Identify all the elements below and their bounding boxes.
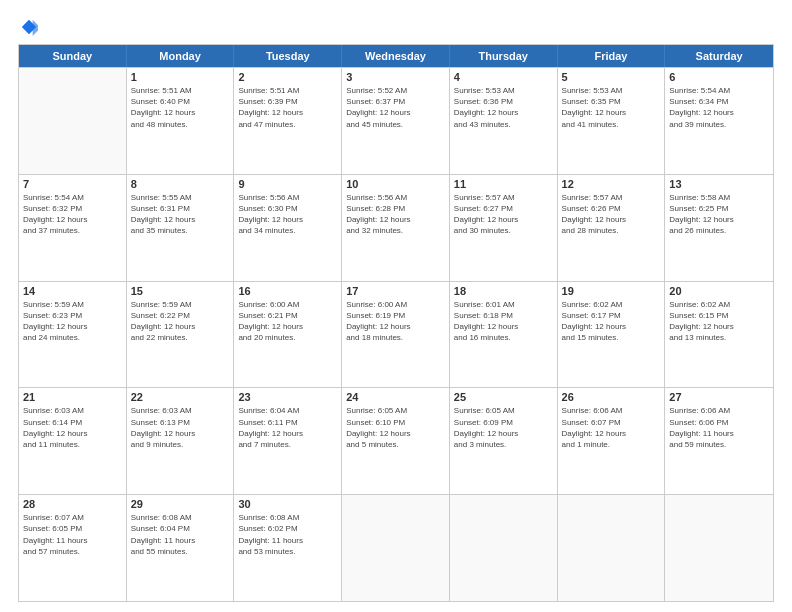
calendar-week-1: 1Sunrise: 5:51 AMSunset: 6:40 PMDaylight… <box>19 67 773 174</box>
day-number: 6 <box>669 71 769 83</box>
cell-info-line: and 35 minutes. <box>131 225 230 236</box>
day-number: 28 <box>23 498 122 510</box>
header-day-saturday: Saturday <box>665 45 773 67</box>
cell-info-line: Daylight: 12 hours <box>669 107 769 118</box>
cell-info-line: Sunrise: 5:59 AM <box>23 299 122 310</box>
cell-info-line: Daylight: 12 hours <box>238 214 337 225</box>
cell-info-line: Sunset: 6:25 PM <box>669 203 769 214</box>
day-number: 22 <box>131 391 230 403</box>
calendar-cell: 20Sunrise: 6:02 AMSunset: 6:15 PMDayligh… <box>665 282 773 388</box>
calendar-cell: 25Sunrise: 6:05 AMSunset: 6:09 PMDayligh… <box>450 388 558 494</box>
cell-info-line: Sunset: 6:34 PM <box>669 96 769 107</box>
calendar-cell <box>342 495 450 601</box>
cell-info-line: Sunrise: 6:01 AM <box>454 299 553 310</box>
cell-info-line: Sunrise: 5:53 AM <box>454 85 553 96</box>
cell-info-line: Sunset: 6:28 PM <box>346 203 445 214</box>
cell-info-line: Sunset: 6:04 PM <box>131 523 230 534</box>
cell-info-line: and 26 minutes. <box>669 225 769 236</box>
cell-info-line: and 57 minutes. <box>23 546 122 557</box>
calendar-cell <box>450 495 558 601</box>
cell-info-line: Daylight: 12 hours <box>454 321 553 332</box>
header-day-tuesday: Tuesday <box>234 45 342 67</box>
cell-info-line: and 7 minutes. <box>238 439 337 450</box>
header-day-sunday: Sunday <box>19 45 127 67</box>
cell-info-line: Sunrise: 5:52 AM <box>346 85 445 96</box>
logo <box>18 18 38 36</box>
cell-info-line: and 55 minutes. <box>131 546 230 557</box>
calendar-week-2: 7Sunrise: 5:54 AMSunset: 6:32 PMDaylight… <box>19 174 773 281</box>
calendar-header: SundayMondayTuesdayWednesdayThursdayFrid… <box>19 45 773 67</box>
cell-info-line: Sunrise: 6:05 AM <box>346 405 445 416</box>
header-day-thursday: Thursday <box>450 45 558 67</box>
calendar-cell: 13Sunrise: 5:58 AMSunset: 6:25 PMDayligh… <box>665 175 773 281</box>
calendar-cell: 18Sunrise: 6:01 AMSunset: 6:18 PMDayligh… <box>450 282 558 388</box>
day-number: 30 <box>238 498 337 510</box>
day-number: 21 <box>23 391 122 403</box>
cell-info-line: and 9 minutes. <box>131 439 230 450</box>
cell-info-line: Daylight: 12 hours <box>131 214 230 225</box>
day-number: 25 <box>454 391 553 403</box>
cell-info-line: Sunrise: 6:06 AM <box>562 405 661 416</box>
cell-info-line: Daylight: 12 hours <box>346 428 445 439</box>
day-number: 3 <box>346 71 445 83</box>
cell-info-line: Sunrise: 5:59 AM <box>131 299 230 310</box>
cell-info-line: Sunset: 6:37 PM <box>346 96 445 107</box>
cell-info-line: Sunrise: 6:04 AM <box>238 405 337 416</box>
calendar-cell: 21Sunrise: 6:03 AMSunset: 6:14 PMDayligh… <box>19 388 127 494</box>
cell-info-line: Sunset: 6:22 PM <box>131 310 230 321</box>
cell-info-line: Sunset: 6:18 PM <box>454 310 553 321</box>
cell-info-line: Sunrise: 6:08 AM <box>238 512 337 523</box>
calendar-cell: 15Sunrise: 5:59 AMSunset: 6:22 PMDayligh… <box>127 282 235 388</box>
cell-info-line: Daylight: 12 hours <box>23 214 122 225</box>
cell-info-line: Sunrise: 6:03 AM <box>131 405 230 416</box>
cell-info-line: Daylight: 12 hours <box>562 214 661 225</box>
calendar-cell: 14Sunrise: 5:59 AMSunset: 6:23 PMDayligh… <box>19 282 127 388</box>
calendar-cell: 28Sunrise: 6:07 AMSunset: 6:05 PMDayligh… <box>19 495 127 601</box>
cell-info-line: and 13 minutes. <box>669 332 769 343</box>
day-number: 26 <box>562 391 661 403</box>
calendar-cell: 24Sunrise: 6:05 AMSunset: 6:10 PMDayligh… <box>342 388 450 494</box>
calendar-cell <box>558 495 666 601</box>
cell-info-line: and 18 minutes. <box>346 332 445 343</box>
cell-info-line: Sunset: 6:36 PM <box>454 96 553 107</box>
cell-info-line: and 39 minutes. <box>669 119 769 130</box>
cell-info-line: and 48 minutes. <box>131 119 230 130</box>
cell-info-line: Sunrise: 5:51 AM <box>238 85 337 96</box>
calendar-cell: 12Sunrise: 5:57 AMSunset: 6:26 PMDayligh… <box>558 175 666 281</box>
cell-info-line: and 24 minutes. <box>23 332 122 343</box>
cell-info-line: Daylight: 12 hours <box>562 321 661 332</box>
day-number: 11 <box>454 178 553 190</box>
cell-info-line: Sunrise: 5:51 AM <box>131 85 230 96</box>
calendar-cell: 22Sunrise: 6:03 AMSunset: 6:13 PMDayligh… <box>127 388 235 494</box>
day-number: 7 <box>23 178 122 190</box>
cell-info-line: and 11 minutes. <box>23 439 122 450</box>
cell-info-line: Daylight: 12 hours <box>346 214 445 225</box>
cell-info-line: Sunset: 6:27 PM <box>454 203 553 214</box>
calendar-cell: 6Sunrise: 5:54 AMSunset: 6:34 PMDaylight… <box>665 68 773 174</box>
cell-info-line: Sunrise: 5:57 AM <box>562 192 661 203</box>
calendar-cell <box>19 68 127 174</box>
cell-info-line: Sunrise: 6:03 AM <box>23 405 122 416</box>
cell-info-line: Sunrise: 5:57 AM <box>454 192 553 203</box>
calendar-cell: 16Sunrise: 6:00 AMSunset: 6:21 PMDayligh… <box>234 282 342 388</box>
cell-info-line: Sunset: 6:23 PM <box>23 310 122 321</box>
cell-info-line: Sunrise: 5:56 AM <box>238 192 337 203</box>
cell-info-line: Sunset: 6:02 PM <box>238 523 337 534</box>
cell-info-line: and 47 minutes. <box>238 119 337 130</box>
cell-info-line: Daylight: 12 hours <box>454 428 553 439</box>
cell-info-line: Sunrise: 6:05 AM <box>454 405 553 416</box>
cell-info-line: Sunset: 6:40 PM <box>131 96 230 107</box>
calendar-cell: 2Sunrise: 5:51 AMSunset: 6:39 PMDaylight… <box>234 68 342 174</box>
cell-info-line: Sunset: 6:17 PM <box>562 310 661 321</box>
cell-info-line: Sunset: 6:31 PM <box>131 203 230 214</box>
cell-info-line: and 32 minutes. <box>346 225 445 236</box>
cell-info-line: Sunrise: 6:06 AM <box>669 405 769 416</box>
cell-info-line: Sunset: 6:05 PM <box>23 523 122 534</box>
cell-info-line: Sunset: 6:15 PM <box>669 310 769 321</box>
cell-info-line: Daylight: 12 hours <box>131 321 230 332</box>
cell-info-line: Daylight: 12 hours <box>669 214 769 225</box>
day-number: 18 <box>454 285 553 297</box>
cell-info-line: Sunset: 6:09 PM <box>454 417 553 428</box>
day-number: 27 <box>669 391 769 403</box>
calendar-cell: 4Sunrise: 5:53 AMSunset: 6:36 PMDaylight… <box>450 68 558 174</box>
